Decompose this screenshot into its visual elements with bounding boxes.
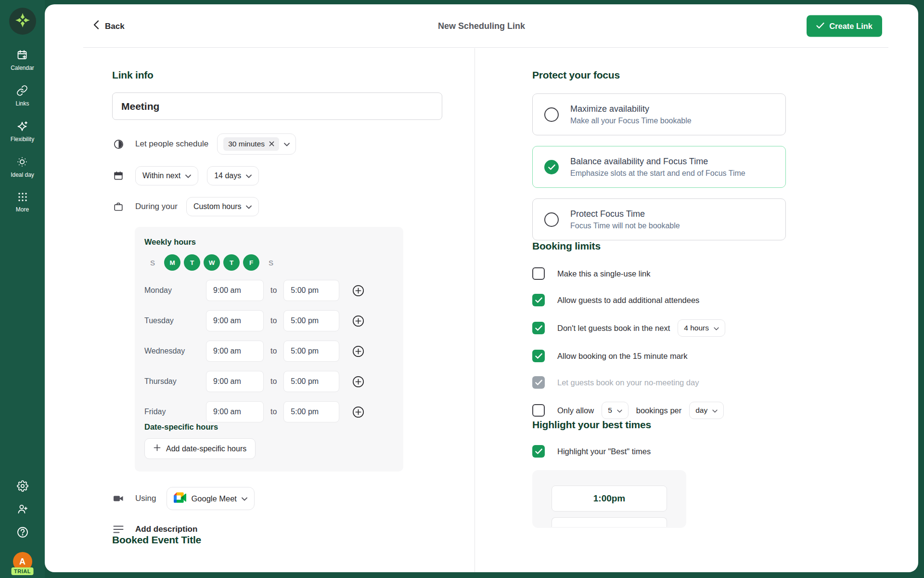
plus-icon	[154, 444, 161, 453]
option-balance-availability[interactable]: Balance availability and Focus Time Emph…	[532, 146, 786, 188]
day-toggle-sunday[interactable]: S	[144, 259, 161, 267]
invite-teammates-button[interactable]	[16, 504, 29, 516]
sidebar-item-more[interactable]: More	[16, 192, 29, 213]
time-slot-button-partial[interactable]	[552, 517, 667, 527]
hours-dropdown[interactable]: Custom hours	[186, 197, 259, 216]
duration-dropdown[interactable]: 30 minutes	[217, 133, 296, 155]
end-time-input[interactable]: 5:00 pm	[283, 280, 339, 301]
add-interval-button[interactable]	[352, 375, 365, 388]
schedule-label: Let people schedule	[135, 139, 208, 149]
sidebar: Calendar Links Flexibility	[0, 0, 45, 578]
avatar-initial: A	[19, 557, 26, 567]
chevron-down-icon	[246, 171, 252, 180]
start-time-input[interactable]: 9:00 am	[206, 341, 264, 362]
avatar[interactable]: A TRIAL	[13, 552, 32, 571]
app-logo[interactable]	[9, 8, 36, 35]
video-camera-icon	[112, 493, 125, 504]
close-icon[interactable]	[269, 140, 274, 148]
sidebar-item-label: Calendar	[11, 65, 34, 71]
add-description-label: Add description	[135, 525, 197, 534]
chevron-down-icon	[284, 140, 290, 148]
duration-chip: 30 minutes	[223, 137, 279, 151]
day-toggle-saturday[interactable]: S	[263, 259, 279, 267]
checkbox-unchecked[interactable]	[532, 267, 545, 280]
add-date-specific-hours-button[interactable]: Add date-specific hours	[144, 438, 256, 459]
days-dropdown[interactable]: 14 days	[207, 166, 259, 185]
lead-time-dropdown[interactable]: 4 hours	[678, 319, 725, 337]
create-link-button[interactable]: Create Link	[807, 15, 882, 37]
duration-row: Let people schedule 30 minutes	[112, 133, 442, 155]
within-next-dropdown[interactable]: Within next	[135, 166, 198, 185]
checkbox-disabled	[532, 376, 545, 389]
checkbox-checked[interactable]	[532, 294, 545, 306]
end-time-input[interactable]: 5:00 pm	[283, 310, 339, 331]
main-panel: Back New Scheduling Link Create Link Lin…	[45, 4, 918, 572]
briefcase-icon	[112, 201, 125, 212]
trial-badge: TRIAL	[11, 567, 34, 575]
booking-count-dropdown[interactable]: 5	[602, 402, 629, 419]
start-time-input[interactable]: 9:00 am	[206, 280, 264, 301]
help-button[interactable]	[16, 527, 29, 539]
checkbox-checked[interactable]	[532, 322, 545, 334]
option-maximize-availability[interactable]: Maximize availability Make all your Focu…	[532, 93, 786, 135]
checkbox-checked[interactable]	[532, 350, 545, 362]
booked-event-title: Booked Event Title	[112, 534, 442, 546]
start-time-input[interactable]: 9:00 am	[206, 310, 264, 331]
time-slot-button[interactable]: 1:00pm	[552, 486, 667, 512]
checkbox-unchecked[interactable]	[532, 404, 545, 417]
day-toggle-wednesday[interactable]: W	[204, 254, 220, 271]
highlight-best-times-row: Highlight your "Best" times	[532, 444, 786, 459]
chevron-down-icon	[185, 171, 191, 180]
hours-row-tuesday: Tuesday 9:00 am to 5:00 pm	[144, 310, 394, 331]
add-interval-button[interactable]	[352, 315, 365, 328]
day-toggle-thursday[interactable]: T	[223, 254, 240, 271]
add-interval-button[interactable]	[352, 284, 365, 297]
conferencing-dropdown[interactable]: Google Meet	[167, 487, 254, 510]
person-plus-icon	[17, 503, 28, 517]
day-toggle-monday[interactable]: M	[164, 254, 180, 271]
content: Link info Meeting Let people schedule 30…	[45, 48, 918, 572]
end-time-input[interactable]: 5:00 pm	[283, 371, 339, 392]
sidebar-item-links[interactable]: Links	[15, 85, 29, 107]
settings-button[interactable]	[16, 481, 29, 493]
hours-row-wednesday: Wednesday 9:00 am to 5:00 pm	[144, 341, 394, 362]
weekly-hours-panel: Weekly hours S M T W T F S Monday 9:00 a…	[135, 227, 403, 472]
sidebar-item-ideal-day[interactable]: Ideal day	[11, 156, 34, 178]
best-times-title: Highlight your best times	[532, 419, 786, 431]
start-time-input[interactable]: 9:00 am	[206, 371, 264, 392]
sun-icon	[16, 156, 28, 168]
hours-row-friday: Friday 9:00 am to 5:00 pm	[144, 401, 394, 422]
day-toggle-friday[interactable]: F	[243, 254, 259, 271]
add-interval-button[interactable]	[352, 345, 365, 358]
grid-dots-icon	[17, 192, 28, 202]
hours-row: During your Custom hours	[112, 197, 442, 216]
sidebar-item-flexibility[interactable]: Flexibility	[11, 120, 34, 143]
end-time-input[interactable]: 5:00 pm	[283, 401, 339, 422]
page-header: Back New Scheduling Link Create Link	[45, 4, 918, 48]
column-divider	[475, 48, 475, 572]
radio-unselected[interactable]	[544, 107, 559, 122]
limit-book-in-next: Don't let guests book in the next 4 hour…	[532, 319, 786, 337]
radio-selected[interactable]	[544, 160, 559, 174]
conferencing-value: Google Meet	[191, 494, 236, 503]
sidebar-item-label: Links	[15, 100, 29, 107]
radio-unselected[interactable]	[544, 212, 559, 227]
sidebar-item-label: More	[16, 206, 29, 213]
gear-icon	[17, 480, 28, 494]
link-name-input[interactable]: Meeting	[112, 92, 442, 120]
day-toggle-tuesday[interactable]: T	[184, 254, 200, 271]
booking-period-dropdown[interactable]: day	[689, 402, 724, 419]
end-time-input[interactable]: 5:00 pm	[283, 341, 339, 362]
add-interval-button[interactable]	[352, 406, 365, 419]
page-title: New Scheduling Link	[45, 21, 918, 31]
settings-column: Protect your focus Maximize availability…	[532, 48, 786, 528]
sidebar-item-label: Ideal day	[11, 171, 34, 178]
using-label: Using	[135, 494, 156, 503]
checkbox-checked[interactable]	[532, 445, 545, 458]
weekly-hours-title: Weekly hours	[144, 237, 394, 247]
date-specific-title: Date-specific hours	[144, 422, 394, 432]
start-time-input[interactable]: 9:00 am	[206, 401, 264, 422]
option-protect-focus-time[interactable]: Protect Focus Time Focus Time will not b…	[532, 198, 786, 240]
sidebar-item-calendar[interactable]: Calendar	[11, 49, 34, 71]
add-description-row[interactable]: Add description	[112, 525, 442, 534]
